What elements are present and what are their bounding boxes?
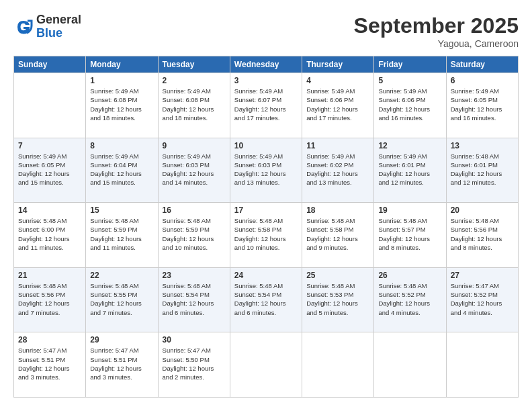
calendar-cell: 2Sunrise: 5:49 AM Sunset: 6:08 PM Daylig… (158, 73, 230, 138)
day-number: 10 (234, 141, 298, 150)
calendar-cell: 12Sunrise: 5:49 AM Sunset: 6:01 PM Dayli… (374, 138, 446, 203)
day-number: 16 (163, 205, 226, 215)
day-number: 20 (451, 205, 514, 215)
day-number: 5 (378, 76, 441, 85)
logo: General Blue (13, 13, 81, 40)
calendar-cell: 19Sunrise: 5:48 AM Sunset: 5:57 PM Dayli… (374, 203, 446, 268)
calendar-cell (230, 332, 302, 398)
day-number: 30 (163, 335, 226, 345)
calendar-cell: 14Sunrise: 5:48 AM Sunset: 6:00 PM Dayli… (14, 203, 86, 268)
day-number: 21 (18, 271, 81, 280)
day-info: Sunrise: 5:49 AM Sunset: 6:01 PM Dayligh… (378, 152, 441, 187)
calendar-cell: 13Sunrise: 5:48 AM Sunset: 6:01 PM Dayli… (446, 138, 518, 203)
day-number: 24 (234, 271, 298, 280)
day-info: Sunrise: 5:48 AM Sunset: 5:53 PM Dayligh… (306, 281, 369, 317)
calendar-cell (302, 332, 374, 398)
day-info: Sunrise: 5:48 AM Sunset: 5:52 PM Dayligh… (378, 281, 441, 317)
day-number: 14 (18, 205, 81, 215)
day-number: 1 (90, 76, 153, 85)
calendar-cell: 23Sunrise: 5:48 AM Sunset: 5:54 PM Dayli… (158, 267, 230, 332)
day-number: 15 (90, 205, 153, 215)
calendar-week-row: 7Sunrise: 5:49 AM Sunset: 6:05 PM Daylig… (14, 138, 519, 203)
day-info: Sunrise: 5:48 AM Sunset: 5:55 PM Dayligh… (90, 281, 153, 317)
day-number: 4 (306, 76, 369, 85)
calendar-cell: 18Sunrise: 5:48 AM Sunset: 5:58 PM Dayli… (302, 203, 374, 268)
day-number: 28 (18, 335, 81, 345)
calendar-cell: 9Sunrise: 5:49 AM Sunset: 6:03 PM Daylig… (158, 138, 230, 203)
day-number: 22 (90, 271, 153, 280)
day-info: Sunrise: 5:48 AM Sunset: 5:59 PM Dayligh… (90, 216, 153, 252)
day-info: Sunrise: 5:49 AM Sunset: 6:03 PM Dayligh… (163, 152, 226, 187)
day-header-friday: Friday (374, 56, 446, 73)
day-info: Sunrise: 5:49 AM Sunset: 6:02 PM Dayligh… (306, 152, 369, 187)
calendar-cell: 3Sunrise: 5:49 AM Sunset: 6:07 PM Daylig… (230, 73, 302, 138)
logo-general: General (36, 13, 81, 26)
calendar-cell: 21Sunrise: 5:48 AM Sunset: 5:56 PM Dayli… (14, 267, 86, 332)
calendar-cell: 29Sunrise: 5:47 AM Sunset: 5:51 PM Dayli… (86, 332, 158, 398)
calendar-cell: 22Sunrise: 5:48 AM Sunset: 5:55 PM Dayli… (86, 267, 158, 332)
day-info: Sunrise: 5:48 AM Sunset: 5:57 PM Dayligh… (378, 216, 441, 252)
day-info: Sunrise: 5:48 AM Sunset: 5:58 PM Dayligh… (306, 216, 369, 252)
calendar-cell: 15Sunrise: 5:48 AM Sunset: 5:59 PM Dayli… (86, 203, 158, 268)
day-info: Sunrise: 5:48 AM Sunset: 5:54 PM Dayligh… (234, 281, 298, 317)
calendar-week-row: 21Sunrise: 5:48 AM Sunset: 5:56 PM Dayli… (14, 267, 519, 332)
day-header-saturday: Saturday (446, 56, 518, 73)
day-info: Sunrise: 5:47 AM Sunset: 5:51 PM Dayligh… (18, 346, 81, 381)
calendar-cell: 28Sunrise: 5:47 AM Sunset: 5:51 PM Dayli… (14, 332, 86, 398)
calendar-cell: 17Sunrise: 5:48 AM Sunset: 5:58 PM Dayli… (230, 203, 302, 268)
day-info: Sunrise: 5:48 AM Sunset: 5:56 PM Dayligh… (451, 216, 514, 252)
calendar-cell: 16Sunrise: 5:48 AM Sunset: 5:59 PM Dayli… (158, 203, 230, 268)
calendar-cell (446, 332, 518, 398)
header: General Blue September 2025 Yagoua, Came… (13, 13, 519, 49)
calendar-cell: 24Sunrise: 5:48 AM Sunset: 5:54 PM Dayli… (230, 267, 302, 332)
day-number: 7 (18, 141, 81, 150)
day-info: Sunrise: 5:49 AM Sunset: 6:08 PM Dayligh… (90, 87, 153, 122)
day-info: Sunrise: 5:48 AM Sunset: 5:54 PM Dayligh… (163, 281, 226, 317)
day-number: 17 (234, 205, 298, 215)
calendar-cell: 10Sunrise: 5:49 AM Sunset: 6:03 PM Dayli… (230, 138, 302, 203)
calendar-cell (374, 332, 446, 398)
day-info: Sunrise: 5:49 AM Sunset: 6:07 PM Dayligh… (234, 87, 298, 122)
day-header-wednesday: Wednesday (230, 56, 302, 73)
day-info: Sunrise: 5:49 AM Sunset: 6:05 PM Dayligh… (451, 87, 514, 122)
day-info: Sunrise: 5:48 AM Sunset: 6:01 PM Dayligh… (451, 152, 514, 187)
day-info: Sunrise: 5:47 AM Sunset: 5:52 PM Dayligh… (451, 281, 514, 317)
day-number: 19 (378, 205, 441, 215)
logo-text: General Blue (36, 13, 81, 40)
day-number: 2 (163, 76, 226, 85)
calendar-cell: 7Sunrise: 5:49 AM Sunset: 6:05 PM Daylig… (14, 138, 86, 203)
calendar-table: SundayMondayTuesdayWednesdayThursdayFrid… (13, 56, 519, 398)
calendar-header-row: SundayMondayTuesdayWednesdayThursdayFrid… (14, 56, 519, 73)
calendar-cell: 4Sunrise: 5:49 AM Sunset: 6:06 PM Daylig… (302, 73, 374, 138)
calendar-cell: 26Sunrise: 5:48 AM Sunset: 5:52 PM Dayli… (374, 267, 446, 332)
day-number: 27 (451, 271, 514, 280)
day-info: Sunrise: 5:49 AM Sunset: 6:06 PM Dayligh… (378, 87, 441, 122)
location-subtitle: Yagoua, Cameroon (354, 38, 519, 49)
month-title: September 2025 (354, 13, 519, 38)
calendar-cell: 20Sunrise: 5:48 AM Sunset: 5:56 PM Dayli… (446, 203, 518, 268)
day-info: Sunrise: 5:48 AM Sunset: 5:58 PM Dayligh… (234, 216, 298, 252)
calendar-cell: 30Sunrise: 5:47 AM Sunset: 5:50 PM Dayli… (158, 332, 230, 398)
calendar-cell: 6Sunrise: 5:49 AM Sunset: 6:05 PM Daylig… (446, 73, 518, 138)
day-info: Sunrise: 5:47 AM Sunset: 5:51 PM Dayligh… (90, 346, 153, 381)
day-number: 3 (234, 76, 298, 85)
day-header-sunday: Sunday (14, 56, 86, 73)
page: General Blue September 2025 Yagoua, Came… (0, 0, 532, 411)
day-number: 8 (90, 141, 153, 150)
day-info: Sunrise: 5:49 AM Sunset: 6:08 PM Dayligh… (163, 87, 226, 122)
day-number: 23 (163, 271, 226, 280)
calendar-week-row: 28Sunrise: 5:47 AM Sunset: 5:51 PM Dayli… (14, 332, 519, 398)
day-info: Sunrise: 5:48 AM Sunset: 6:00 PM Dayligh… (18, 216, 81, 252)
day-number: 26 (378, 271, 441, 280)
logo-text-block: General Blue (36, 13, 81, 40)
day-number: 29 (90, 335, 153, 345)
day-info: Sunrise: 5:48 AM Sunset: 5:59 PM Dayligh… (163, 216, 226, 252)
day-info: Sunrise: 5:49 AM Sunset: 6:06 PM Dayligh… (306, 87, 369, 122)
day-info: Sunrise: 5:49 AM Sunset: 6:05 PM Dayligh… (18, 152, 81, 187)
calendar-cell (14, 73, 86, 138)
day-number: 25 (306, 271, 369, 280)
calendar-cell: 8Sunrise: 5:49 AM Sunset: 6:04 PM Daylig… (86, 138, 158, 203)
day-info: Sunrise: 5:47 AM Sunset: 5:50 PM Dayligh… (163, 346, 226, 381)
day-info: Sunrise: 5:49 AM Sunset: 6:04 PM Dayligh… (90, 152, 153, 187)
title-block: September 2025 Yagoua, Cameroon (354, 13, 519, 49)
